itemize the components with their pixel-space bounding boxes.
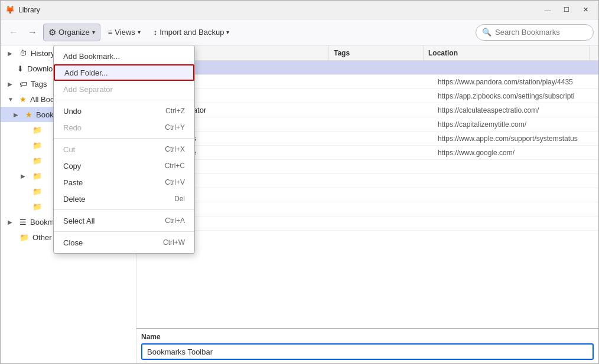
sidebar-label-tags: Tags [31, 80, 47, 88]
toolbar: ← → ⚙ Organize ▾ ≡ Views ▾ ↕ Import and … [1, 19, 598, 45]
search-input[interactable] [495, 28, 594, 37]
organize-button[interactable]: ⚙ Organize ▾ [43, 24, 100, 41]
table-row[interactable]: 📁 [136, 217, 598, 231]
copy-label: Copy [63, 162, 81, 170]
cut-label: Cut [63, 145, 75, 154]
import-backup-button[interactable]: ↕ Import and Backup ▾ [148, 24, 235, 41]
paste-label: Paste [63, 178, 83, 187]
menu-item-delete[interactable]: Delete Del [54, 191, 194, 207]
menu-item-add-bookmark[interactable]: Add Bookmark... [54, 48, 194, 64]
content-area: Name Tags Location 📁 All Links [136, 45, 598, 363]
menu-item-add-folder[interactable]: Add Folder... [54, 64, 194, 81]
menu-separator-3 [54, 209, 194, 210]
placeholder6: ▶ [21, 204, 29, 210]
folder-icon-5: 📁 [32, 187, 42, 196]
placeholder7: ▶ [8, 234, 16, 241]
menu-item-undo[interactable]: Undo Ctrl+Z [54, 103, 194, 119]
chevron-right-icon-2: ▶ [8, 81, 16, 87]
scrollbar-space [589, 45, 598, 60]
maximize-button[interactable]: ☐ [558, 4, 575, 16]
table-row[interactable]: P Disco Radio https://www.pandora.com/st… [136, 75, 598, 89]
chevron-placeholder: ▶ [5, 65, 14, 72]
other-bookmarks-icon: 📁 [19, 233, 29, 242]
views-label: Views [115, 28, 135, 37]
folder-icon-6: 📁 [32, 202, 42, 211]
chevron-right-icon-4: ▶ [21, 173, 29, 179]
cell-location: https://capitalizemytitle.com/ [433, 120, 598, 129]
menu-item-select-all[interactable]: Select All Ctrl+A [54, 212, 194, 229]
table-row[interactable]: 📁 Personal [136, 188, 598, 202]
import-dropdown-icon: ▾ [226, 29, 229, 35]
undo-shortcut: Ctrl+Z [165, 107, 185, 115]
delete-shortcut: Del [174, 195, 185, 203]
menu-item-cut[interactable]: Cut Ctrl+X [54, 141, 194, 158]
table-row[interactable]: 📁 SEO [136, 174, 598, 188]
chevron-right-icon-3: ▶ [14, 112, 22, 118]
add-bookmark-label: Add Bookmark... [63, 52, 120, 61]
chevron-right-icon: ▶ [8, 50, 16, 57]
menu-separator-2 [54, 138, 194, 139]
table-row[interactable]: Google Google https://www.google.com/ [136, 146, 598, 160]
gear-icon: ⚙ [48, 27, 56, 38]
organize-label: Organize [58, 28, 90, 37]
bottom-section: Name [136, 328, 598, 363]
window-controls: — ☐ ✕ [539, 4, 594, 16]
table-body[interactable]: 📁 All Links P Disco Radio https://www.pa… [136, 61, 598, 328]
undo-label: Undo [63, 107, 82, 116]
window-title: Library [18, 6, 539, 14]
import-backup-label: Import and Backup [159, 28, 224, 37]
minimize-button[interactable]: — [539, 4, 556, 16]
folder-icon-2: 📁 [32, 141, 42, 150]
redo-label: Redo [63, 123, 82, 132]
menu-item-close[interactable]: Close Ctrl+W [54, 234, 194, 251]
forward-button[interactable]: → [24, 24, 41, 41]
title-bar: 🦊 Library — ☐ ✕ [1, 1, 598, 19]
table-row[interactable]: 🌐 ZipBooks https://app.zipbooks.com/sett… [136, 89, 598, 103]
add-folder-label: Add Folder... [64, 68, 108, 77]
close-shortcut: Ctrl+W [163, 238, 185, 247]
back-button[interactable]: ← [5, 24, 22, 41]
folder-icon-1: 📁 [32, 126, 42, 135]
search-box: 🔍 [476, 24, 594, 41]
sidebar-label-history: History [31, 49, 54, 58]
menu-separator-1 [54, 100, 194, 100]
folder-icon-3: 📁 [32, 156, 42, 165]
delete-label: Delete [63, 195, 86, 204]
column-tags: Tags [329, 45, 424, 60]
cell-location: https://www.pandora.com/station/play/443… [433, 78, 598, 86]
menu-item-add-separator[interactable]: Add Separator [54, 81, 194, 97]
menu-separator-4 [54, 231, 194, 232]
name-input[interactable] [141, 343, 594, 360]
placeholder5: ▶ [21, 188, 29, 195]
table-row[interactable]: R Ratio calculator https://calculateaspe… [136, 103, 598, 117]
menu-item-copy[interactable]: Copy Ctrl+C [54, 158, 194, 174]
chevron-right-icon-5: ▶ [8, 219, 16, 225]
select-all-shortcut: Ctrl+A [165, 217, 185, 225]
copy-shortcut: Ctrl+C [165, 162, 185, 170]
folder-icon-4: 📁 [32, 172, 42, 181]
placeholder2: ▶ [21, 142, 29, 149]
table-row[interactable]: Apple Systems https://www.apple.com/supp… [136, 132, 598, 146]
chevron-down-icon: ▼ [8, 96, 16, 103]
menu-item-paste[interactable]: Paste Ctrl+V [54, 174, 194, 191]
table-row[interactable]: T Title Cap https://capitalizemytitle.co… [136, 117, 598, 132]
table-row[interactable]: 📁 Writing [136, 202, 598, 217]
column-location: Location [424, 45, 589, 60]
import-icon: ↕ [154, 28, 158, 37]
table-header: Name Tags Location [136, 45, 598, 61]
views-dropdown-icon: ▾ [138, 29, 141, 35]
table-row[interactable]: 📁 Social [136, 160, 598, 174]
close-button[interactable]: ✕ [577, 4, 594, 16]
paste-shortcut: Ctrl+V [165, 178, 185, 186]
menu-item-redo[interactable]: Redo Ctrl+Y [54, 119, 194, 136]
views-button[interactable]: ≡ Views ▾ [103, 24, 146, 41]
close-label: Close [63, 238, 83, 247]
add-separator-label: Add Separator [63, 85, 113, 94]
select-all-label: Select All [63, 217, 95, 225]
history-icon: ⏱ [19, 49, 27, 58]
cut-shortcut: Ctrl+X [165, 145, 185, 153]
placeholder: ▶ [21, 127, 29, 133]
organize-dropdown-icon: ▾ [92, 29, 95, 35]
table-row[interactable]: 📁 All Links [136, 61, 598, 75]
downloads-icon: ⬇ [17, 64, 24, 73]
